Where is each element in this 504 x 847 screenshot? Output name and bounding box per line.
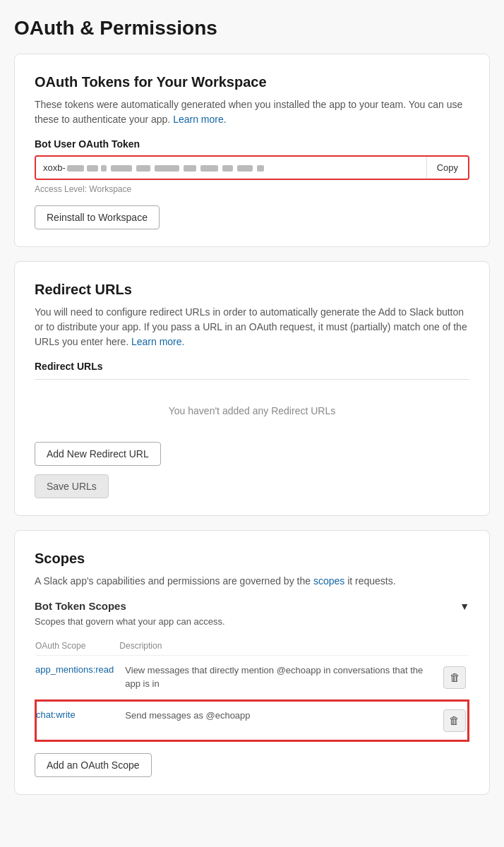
redact-9: [222, 165, 233, 172]
scopes-link[interactable]: scopes: [313, 575, 344, 587]
bot-token-chevron-icon[interactable]: ▼: [460, 601, 469, 612]
redirect-card-title: Redirect URLs: [35, 282, 469, 298]
redact-6: [155, 165, 179, 172]
delete-scope-button[interactable]: 🗑: [443, 709, 466, 732]
bot-token-header: Bot Token Scopes ▼: [35, 600, 469, 612]
scopes-card-desc: A Slack app's capabilities and permissio…: [35, 574, 469, 589]
redact-7: [184, 165, 196, 172]
oauth-card-desc: These tokens were automatically generate…: [35, 97, 469, 127]
redirect-card-desc: You will need to configure redirect URLs…: [35, 305, 469, 349]
redirect-section-label: Redirect URLs: [35, 361, 469, 380]
redact-10: [237, 165, 253, 172]
col-action-header: [440, 637, 469, 656]
table-row: chat:writeSend messages as @echoapp🗑: [35, 700, 469, 741]
bot-token-subtitle: Scopes that govern what your app can acc…: [35, 616, 469, 627]
scope-delete-cell: 🗑: [440, 700, 469, 741]
copy-token-button[interactable]: Copy: [426, 157, 468, 179]
redact-11: [257, 165, 264, 172]
col-scope-header: OAuth Scope: [35, 637, 119, 656]
redact-8: [200, 165, 218, 172]
delete-scope-button[interactable]: 🗑: [443, 666, 466, 689]
redact-2: [87, 165, 98, 172]
redirect-urls-card: Redirect URLs You will need to configure…: [14, 261, 490, 516]
scopes-table: OAuth Scope Description app_mentions:rea…: [35, 637, 469, 742]
redact-4: [111, 165, 132, 172]
token-field-label: Bot User OAuth Token: [35, 138, 469, 150]
reinstall-workspace-button[interactable]: Reinstall to Workspace: [35, 205, 160, 229]
col-desc-header: Description: [119, 637, 440, 656]
token-input-row: xoxb- Copy: [35, 155, 469, 180]
redact-5: [136, 165, 150, 172]
access-level-text: Access Level: Workspace: [35, 184, 469, 194]
oauth-learn-more-link[interactable]: Learn more.: [173, 114, 226, 125]
add-oauth-scope-button[interactable]: Add an OAuth Scope: [35, 753, 152, 777]
scope-name[interactable]: app_mentions:read: [35, 656, 119, 700]
scope-name[interactable]: chat:write: [35, 700, 119, 741]
oauth-card-title: OAuth Tokens for Your Workspace: [35, 74, 469, 90]
redirect-empty-state: You haven't added any Redirect URLs: [35, 391, 469, 431]
redact-1: [67, 165, 84, 172]
scope-description: Send messages as @echoapp: [119, 700, 440, 741]
table-row: app_mentions:readView messages that dire…: [35, 656, 469, 700]
scope-delete-cell: 🗑: [440, 656, 469, 700]
token-prefix: xoxb-: [43, 162, 66, 173]
scope-description: View messages that directly mention @ech…: [119, 656, 440, 700]
scopes-card: Scopes A Slack app's capabilities and pe…: [14, 530, 490, 795]
redact-3: [101, 165, 107, 172]
page-title: OAuth & Permissions: [14, 17, 490, 40]
bot-token-section-title: Bot Token Scopes: [35, 600, 126, 612]
redirect-learn-more-link[interactable]: Learn more.: [131, 336, 184, 347]
token-value[interactable]: xoxb-: [36, 157, 426, 179]
add-redirect-url-button[interactable]: Add New Redirect URL: [35, 442, 161, 466]
save-urls-button[interactable]: Save URLs: [35, 474, 109, 498]
scopes-card-title: Scopes: [35, 551, 469, 567]
oauth-tokens-card: OAuth Tokens for Your Workspace These to…: [14, 54, 490, 247]
